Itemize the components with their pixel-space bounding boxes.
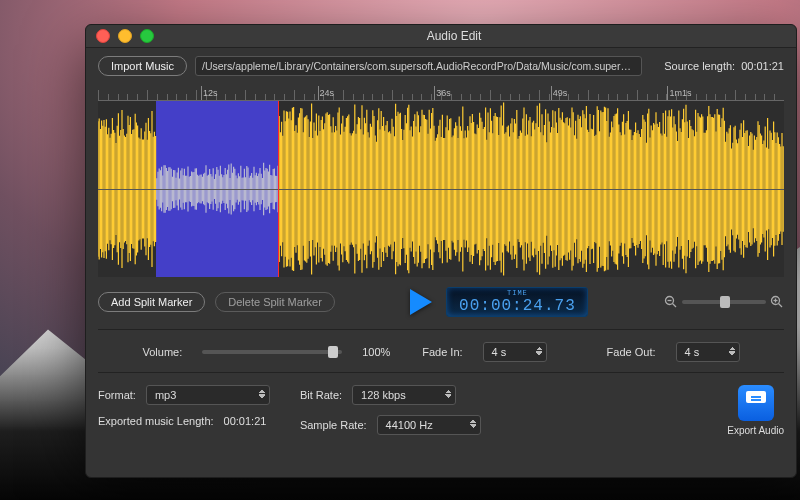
format-select[interactable]: mp3 bbox=[146, 385, 270, 405]
import-music-button[interactable]: Import Music bbox=[98, 56, 187, 76]
zoom-in-icon[interactable] bbox=[770, 295, 784, 309]
window-title: Audio Edit bbox=[112, 29, 796, 43]
transport-controls: Add Split Marker Delete Split Marker TIM… bbox=[98, 287, 784, 317]
playhead[interactable] bbox=[278, 101, 279, 277]
export-audio-button[interactable]: Export Audio bbox=[727, 385, 784, 436]
bitrate-select[interactable]: 128 kbps bbox=[352, 385, 456, 405]
zoom-slider[interactable] bbox=[682, 300, 766, 304]
export-icon bbox=[738, 385, 774, 421]
fade-in-select[interactable]: 4 s bbox=[483, 342, 547, 362]
file-path-field[interactable]: /Users/appleme/Library/Containers/com.su… bbox=[195, 56, 642, 76]
svg-line-576 bbox=[778, 304, 782, 308]
fade-in-label: Fade In: bbox=[422, 346, 462, 358]
volume-label: Volume: bbox=[142, 346, 182, 358]
time-display: TIME 00:00:24.73 bbox=[446, 287, 588, 317]
volume-value: 100% bbox=[362, 346, 402, 358]
app-window: Audio Edit Import Music /Users/appleme/L… bbox=[85, 24, 797, 478]
play-button[interactable] bbox=[410, 289, 432, 315]
bitrate-label: Bit Rate: bbox=[300, 389, 342, 401]
fade-out-select[interactable]: 4 s bbox=[676, 342, 740, 362]
fade-out-label: Fade Out: bbox=[607, 346, 656, 358]
add-split-marker-button[interactable]: Add Split Marker bbox=[98, 292, 205, 312]
toolbar: Import Music /Users/appleme/Library/Cont… bbox=[86, 48, 796, 82]
exported-length-label: Exported music Length: bbox=[98, 415, 214, 427]
delete-split-marker-button[interactable]: Delete Split Marker bbox=[215, 292, 335, 312]
waveform-area[interactable] bbox=[98, 101, 784, 277]
exported-length-value: 00:01:21 bbox=[224, 415, 267, 427]
svg-line-573 bbox=[672, 304, 676, 308]
source-length-label: Source length:00:01:21 bbox=[658, 60, 784, 72]
close-icon[interactable] bbox=[96, 29, 110, 43]
format-label: Format: bbox=[98, 389, 136, 401]
zoom-out-icon[interactable] bbox=[664, 295, 678, 309]
samplerate-select[interactable]: 44100 Hz bbox=[377, 415, 481, 435]
titlebar[interactable]: Audio Edit bbox=[86, 25, 796, 48]
time-ruler[interactable]: 12s24s36s49s1m1s bbox=[98, 86, 784, 101]
samplerate-label: Sample Rate: bbox=[300, 419, 367, 431]
zoom-controls bbox=[664, 295, 784, 309]
waveform-midline bbox=[98, 189, 784, 190]
volume-slider[interactable] bbox=[202, 350, 342, 354]
